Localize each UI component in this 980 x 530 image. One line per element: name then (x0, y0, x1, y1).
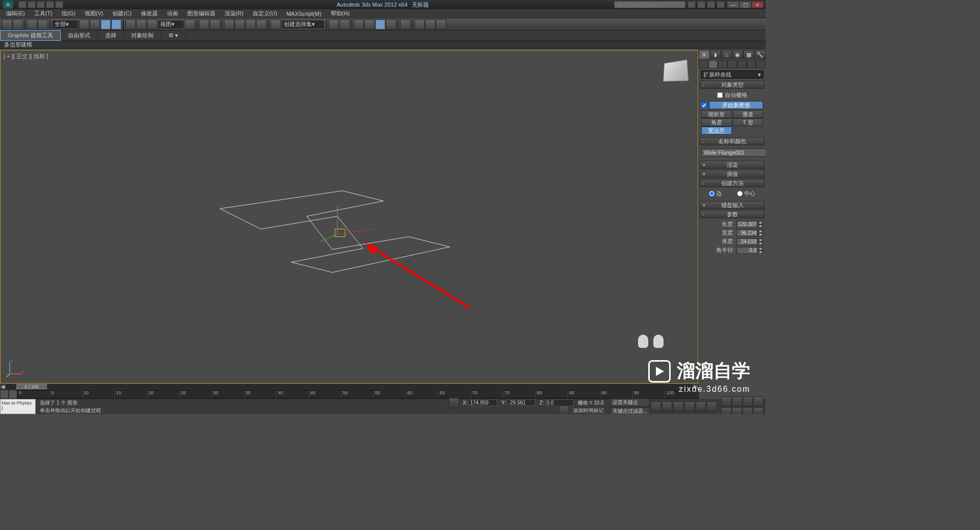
select-scale[interactable] (147, 19, 157, 30)
key-filters-button[interactable]: 关键点过滤器... (610, 407, 650, 415)
search-icon[interactable] (688, 1, 696, 8)
zoom-extents[interactable] (721, 407, 731, 415)
zoom-all[interactable] (732, 407, 742, 415)
ribbon-tab-settings[interactable]: ⚙ ▾ (161, 31, 186, 40)
comm-center-icon[interactable] (697, 1, 705, 8)
schematic-view[interactable] (386, 19, 396, 30)
menu-grapheditors[interactable]: 图形编辑器 (183, 10, 219, 17)
startnew-button[interactable]: 开始新图形 (709, 101, 763, 109)
edge-radio[interactable] (709, 191, 715, 196)
thickness-input[interactable] (737, 238, 758, 245)
max-viewport[interactable] (753, 407, 764, 415)
time-config[interactable] (707, 401, 717, 412)
select-move[interactable] (126, 19, 136, 30)
hierarchy-tab[interactable]: ⌂ (721, 50, 732, 59)
select-manipulate[interactable] (199, 19, 209, 30)
maximize-button[interactable]: ▢ (739, 1, 751, 8)
graphite-toggle[interactable] (364, 19, 375, 30)
link-button[interactable] (27, 19, 37, 30)
snap-toggle-2d[interactable] (224, 19, 234, 30)
qat-undo[interactable] (37, 1, 45, 8)
trackbar-menu[interactable] (9, 390, 17, 399)
spinner-snap[interactable] (256, 19, 266, 30)
ribbon-tab-graphite[interactable]: Graphite 建模工具 (0, 30, 61, 41)
menu-help[interactable]: 帮助(H) (327, 10, 354, 17)
center-radio[interactable] (737, 191, 743, 196)
goto-end[interactable] (696, 401, 706, 412)
undo-button[interactable] (2, 19, 12, 30)
width-up[interactable]: ▲ (758, 230, 763, 233)
menu-rendering[interactable]: 渲染(R) (220, 10, 248, 17)
motion-tab[interactable]: ◉ (732, 50, 743, 59)
corner-input[interactable] (737, 247, 758, 254)
shapes-subtab[interactable] (708, 60, 718, 68)
slider-left[interactable]: ◀ (0, 384, 6, 389)
timeline-ruler[interactable]: 0 5 10 15 20 25 30 35 40 45 50 55 60 65 … (17, 390, 698, 399)
menu-customize[interactable]: 自定义(U) (249, 10, 281, 17)
prev-frame[interactable] (662, 401, 672, 412)
layer-manager[interactable] (354, 19, 364, 30)
coord-x[interactable] (469, 399, 497, 406)
named-selection-sets[interactable]: 创建选择集 ▾ (281, 20, 325, 29)
tee-button[interactable]: T 形 (733, 118, 764, 127)
autogrid-checkbox[interactable] (717, 92, 723, 98)
viewcube[interactable] (657, 56, 693, 91)
helpers-subtab[interactable] (737, 60, 747, 68)
lights-subtab[interactable] (718, 60, 727, 68)
name-color-header[interactable]: -名称和颜色 (700, 137, 765, 145)
wrectangle-button[interactable]: 墙矩形 (701, 110, 732, 118)
mirror-button[interactable] (329, 19, 339, 30)
rendering-header[interactable]: +渲染 (700, 161, 765, 169)
favorites-icon[interactable] (707, 1, 715, 8)
pan-view[interactable] (721, 396, 731, 407)
maxscript-listener[interactable]: Max to Physex ( (0, 399, 36, 414)
length-up[interactable]: ▲ (758, 221, 763, 224)
geometry-subtab[interactable] (699, 60, 708, 68)
systems-subtab[interactable] (756, 60, 766, 68)
channel-button[interactable]: 通道 (733, 110, 764, 118)
help-icon[interactable] (717, 1, 725, 8)
keyboard-shortcut[interactable] (210, 19, 220, 30)
add-time-tag[interactable]: 添加时间标记 (573, 407, 604, 414)
snap-angle[interactable] (235, 19, 245, 30)
zoom-view[interactable] (743, 396, 753, 407)
selection-filter[interactable]: 全部 ▾ (52, 20, 79, 29)
rendered-frame[interactable] (425, 19, 435, 30)
width-input[interactable] (737, 230, 758, 237)
modify-tab[interactable]: ◗ (710, 50, 721, 59)
object-name-input[interactable] (701, 148, 766, 157)
walk-through[interactable] (732, 396, 742, 407)
select-by-name[interactable] (90, 19, 100, 30)
fov-button[interactable] (753, 396, 764, 407)
angle-button[interactable]: 角度 (701, 118, 732, 127)
qat-dropdown[interactable] (55, 1, 63, 8)
curve-editor[interactable] (375, 19, 385, 30)
display-tab[interactable]: ▦ (743, 50, 754, 59)
trackbar-toggle[interactable] (0, 390, 9, 399)
menu-tools[interactable]: 工具(T) (30, 10, 57, 17)
ribbon-tab-freeform[interactable]: 自由形式 (61, 31, 98, 40)
width-down[interactable]: ▼ (758, 233, 763, 237)
thickness-up[interactable]: ▲ (758, 238, 763, 242)
menu-edit[interactable]: 编辑(E) (2, 10, 29, 17)
time-slider-thumb[interactable]: 0 / 100 (16, 384, 47, 389)
category-dropdown[interactable]: 扩展样条线▾ (701, 70, 764, 79)
window-crossing[interactable] (111, 19, 121, 30)
object-type-header[interactable]: -对象类型 (700, 81, 765, 89)
use-pivot-center[interactable] (185, 19, 195, 30)
qat-open[interactable] (28, 1, 36, 8)
minimize-button[interactable]: — (727, 1, 739, 8)
select-region[interactable] (101, 19, 111, 30)
menu-views[interactable]: 视图(V) (81, 10, 108, 17)
isolate-toggle[interactable] (559, 406, 569, 415)
interpolation-header[interactable]: +插值 (700, 170, 765, 178)
select-rotate[interactable] (136, 19, 146, 30)
transform-gizmo[interactable] (317, 204, 378, 244)
ribbon-tab-selection[interactable]: 选择 (98, 31, 124, 40)
length-down[interactable]: ▼ (758, 224, 763, 228)
wideflange-button[interactable]: 宽法兰 (701, 127, 732, 135)
app-icon[interactable]: G (3, 1, 13, 9)
length-input[interactable] (737, 221, 758, 228)
close-button[interactable]: ✕ (751, 1, 764, 8)
edit-named-sel[interactable] (271, 19, 281, 30)
